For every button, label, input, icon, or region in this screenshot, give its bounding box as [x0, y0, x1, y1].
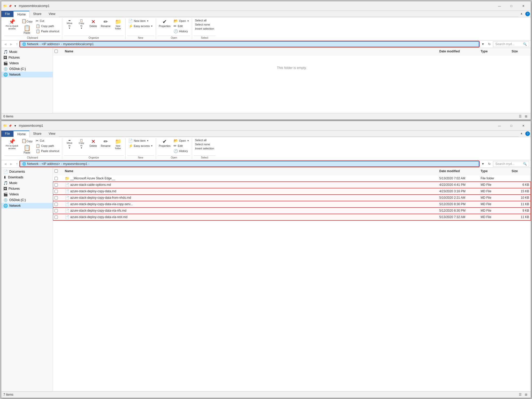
properties-btn-1[interactable]: ✔ Properties [158, 18, 172, 28]
easy-access-btn-1[interactable]: ⚡ Easy access ▼ [127, 23, 154, 29]
table-row[interactable]: 📄 azure-stack-deploy-copy-data-via-copy-… [53, 201, 531, 208]
row-checkbox-5[interactable] [53, 208, 63, 214]
dropdown-btn-1[interactable]: ▼ [480, 42, 486, 47]
tab-view-2[interactable]: View [45, 131, 59, 137]
open-btn-2[interactable]: 📂 Open ▼ [172, 138, 190, 143]
select-all-btn-2[interactable]: Select all [194, 138, 215, 142]
view-details-btn-1[interactable]: ⊞ [523, 114, 529, 119]
copy-to-btn-2[interactable]: 📋 Copy to ▼ [76, 138, 87, 150]
delete-btn-1[interactable]: ✕ Delete [88, 18, 99, 28]
invert-selection-btn-2[interactable]: Invert selection [194, 146, 215, 150]
select-none-btn-1[interactable]: Select none [194, 22, 215, 27]
history-btn-2[interactable]: 🕐 History [172, 148, 190, 154]
col-type-2[interactable]: Type [479, 169, 510, 174]
col-name-2[interactable]: Name [63, 169, 438, 174]
tab-file-1[interactable]: File [1, 11, 13, 17]
col-date-1[interactable]: Date modified [438, 49, 479, 54]
minimize-button-1[interactable]: — [494, 2, 505, 10]
new-folder-btn-1[interactable]: 📁 New folder [112, 18, 124, 31]
sidebar-item-videos-1[interactable]: 🎬 Videos [1, 60, 53, 66]
copy-btn-1[interactable]: 📋 Copy [20, 18, 34, 25]
help-icon-2[interactable]: ? [525, 131, 530, 136]
select-all-checkbox-2[interactable] [54, 169, 58, 173]
cut-btn-1[interactable]: ✂ Cut [34, 18, 60, 23]
maximize-button-2[interactable]: □ [505, 122, 517, 129]
refresh-btn-1[interactable]: ↻ [487, 42, 492, 47]
copy-btn-2[interactable]: 📋 Copy [20, 138, 34, 144]
paste-btn-2[interactable]: 📋 Paste [20, 144, 34, 155]
paste-shortcut-btn-2[interactable]: 📋 Paste shortcut [34, 148, 60, 154]
col-size-2[interactable]: Size [510, 169, 531, 174]
ribbon-collapse-2[interactable]: ▲ [519, 131, 525, 137]
table-row[interactable]: 📁 __Microsoft Azure Stack Edge__ 5/13/20… [53, 175, 531, 182]
row-checkbox-3[interactable] [53, 195, 63, 201]
sidebar-item-osdisk-1[interactable]: 💿 OSDisk (C:) [1, 66, 53, 72]
edit-btn-1[interactable]: ✏ Edit [172, 23, 190, 29]
dropdown-btn-2[interactable]: ▼ [480, 161, 486, 166]
forward-btn-1[interactable]: ▶ [9, 42, 14, 47]
sidebar-item-documents-2[interactable]: 📄 Documents [1, 169, 53, 174]
table-row[interactable]: 📄 azure-stack-deploy-copy-data-via-rest.… [53, 214, 531, 220]
minimize-button-2[interactable]: — [494, 122, 505, 129]
properties-btn-2[interactable]: ✔ Properties [158, 138, 172, 148]
row-checkbox-1[interactable] [53, 182, 63, 188]
tab-view-1[interactable]: View [45, 11, 59, 17]
copy-to-btn-1[interactable]: 📋 Copy to ▼ [76, 18, 87, 30]
row-checkbox-0[interactable] [53, 175, 63, 181]
cut-btn-2[interactable]: ✂ Cut [34, 138, 60, 143]
copy-path-btn-2[interactable]: 📋 Copy path [34, 143, 60, 148]
col-checkbox-1[interactable] [53, 49, 63, 54]
row-checkbox-2[interactable] [53, 188, 63, 194]
delete-btn-2[interactable]: ✕ Delete [88, 138, 99, 148]
view-details-btn-2[interactable]: ⊞ [523, 392, 529, 397]
select-all-checkbox-1[interactable] [54, 50, 58, 53]
search-box-1[interactable]: Search myd... 🔍 [493, 41, 529, 47]
col-size-1[interactable]: Size [510, 49, 531, 54]
sidebar-item-music-1[interactable]: 🎵 Music [1, 49, 53, 55]
new-folder-btn-2[interactable]: 📁 New folder [112, 138, 124, 150]
table-row[interactable]: 📄 azure-stack-cable-options.md 4/22/2020… [53, 182, 531, 188]
rename-btn-1[interactable]: ✏ Rename [99, 18, 112, 28]
new-item-btn-2[interactable]: 📄 New item ▼ [127, 138, 154, 143]
forward-btn-2[interactable]: ▶ [9, 161, 14, 166]
search-box-2[interactable]: Search myd... 🔍 [493, 161, 529, 167]
col-checkbox-2[interactable] [53, 169, 63, 174]
tab-home-2[interactable]: Home [13, 131, 29, 137]
col-type-1[interactable]: Type [479, 49, 510, 54]
col-name-1[interactable]: Name [63, 49, 438, 54]
sidebar-item-videos-2[interactable]: 🎬 Videos [1, 191, 53, 197]
tab-home-1[interactable]: Home [13, 11, 29, 17]
paste-shortcut-btn-1[interactable]: 📋 Paste shortcut [34, 29, 60, 34]
view-list-btn-1[interactable]: ☰ [518, 114, 523, 119]
maximize-button-1[interactable]: □ [505, 2, 517, 10]
row-checkbox-6[interactable] [53, 214, 63, 220]
back-btn-1[interactable]: ◀ [3, 42, 8, 47]
select-none-btn-2[interactable]: Select none [194, 142, 215, 146]
view-list-btn-2[interactable]: ☰ [518, 392, 523, 397]
col-date-2[interactable]: Date modified [438, 169, 479, 174]
new-item-btn-1[interactable]: 📄 New item ▼ [127, 18, 154, 23]
history-btn-1[interactable]: 🕐 History [172, 29, 190, 34]
help-icon-1[interactable]: ? [525, 12, 530, 16]
refresh-btn-2[interactable]: ↻ [487, 161, 492, 166]
pin-quick-access-btn-1[interactable]: 📌 Pin to Quick access [4, 18, 20, 31]
easy-access-btn-2[interactable]: ⚡ Easy access ▼ [127, 143, 154, 148]
rename-btn-2[interactable]: ✏ Rename [99, 138, 112, 148]
sidebar-item-pictures-2[interactable]: 🖼 Pictures [1, 186, 53, 191]
sidebar-item-network-2[interactable]: 🌐 Network [1, 203, 53, 209]
tab-file-2[interactable]: File [1, 131, 13, 137]
select-all-btn-1[interactable]: Select all [194, 18, 215, 22]
up-btn-1[interactable]: ↑ [15, 42, 19, 47]
up-btn-2[interactable]: ↑ [15, 161, 19, 166]
sidebar-item-osdisk-2[interactable]: 💿 OSDisk (C:) [1, 197, 53, 203]
open-btn-1[interactable]: 📂 Open ▼ [172, 18, 190, 23]
address-path-2[interactable]: 🌐 Network › <IP address> › myasesmbcomp1… [20, 161, 479, 167]
address-path-1[interactable]: 🌐 Network › <IP address> › myasesmblocal… [20, 41, 479, 47]
table-row[interactable]: 📄 azure-stack-deploy-copy-data.md 4/23/2… [53, 188, 531, 195]
sidebar-item-pictures-1[interactable]: 🖼 Pictures [1, 55, 53, 60]
table-row[interactable]: 📄 azure-stack-deploy-copy-data-via-nfs.m… [53, 208, 531, 214]
paste-btn-1[interactable]: 📋 Paste [20, 25, 34, 35]
sidebar-item-music-2[interactable]: 🎵 Music [1, 180, 53, 186]
back-btn-2[interactable]: ◀ [3, 161, 8, 166]
invert-selection-btn-1[interactable]: Invert selection [194, 27, 215, 31]
